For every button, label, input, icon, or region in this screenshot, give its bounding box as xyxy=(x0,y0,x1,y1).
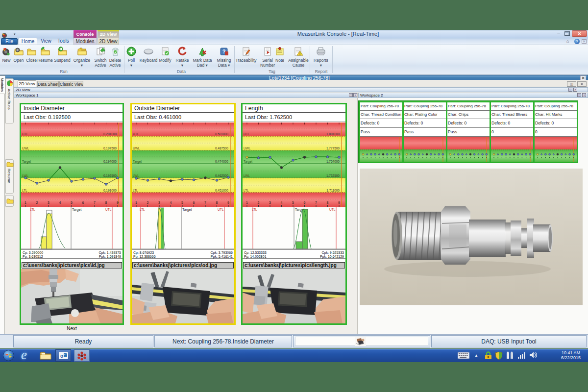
svg-text:3: 3 xyxy=(48,201,49,204)
svg-text:UWL: UWL xyxy=(22,147,29,150)
svg-text:0.462500: 0.462500 xyxy=(215,174,228,177)
svg-text:5: 5 xyxy=(292,201,294,204)
svg-text:2: 2 xyxy=(258,201,260,204)
svg-text:Target: Target xyxy=(22,160,31,164)
svg-text:Target: Target xyxy=(182,208,192,212)
svg-text:Target: Target xyxy=(244,160,252,164)
svg-text:0.201000: 0.201000 xyxy=(103,132,117,136)
svg-text:LWL: LWL xyxy=(244,174,250,177)
svg-text:0.474000: 0.474000 xyxy=(215,160,228,163)
svg-text:6: 6 xyxy=(304,201,306,204)
svg-text:7: 7 xyxy=(94,201,96,204)
svg-text:9: 9 xyxy=(117,201,119,204)
svg-text:0.487500: 0.487500 xyxy=(215,147,228,150)
svg-text:0.191000: 0.191000 xyxy=(103,189,117,192)
svg-text:3: 3 xyxy=(158,201,160,204)
svg-text:1.777500: 1.777500 xyxy=(326,147,340,150)
svg-text:7: 7 xyxy=(315,201,317,204)
svg-text:8: 8 xyxy=(105,201,107,204)
svg-text:0.451000: 0.451000 xyxy=(215,189,228,192)
svg-text:4: 4 xyxy=(59,201,61,204)
svg-text:0.194000: 0.194000 xyxy=(103,160,117,163)
svg-text:UWL: UWL xyxy=(133,147,140,150)
svg-text:2: 2 xyxy=(147,201,149,204)
svg-text:LTL: LTL xyxy=(252,208,257,211)
svg-text:9: 9 xyxy=(338,201,340,204)
svg-text:LTL: LTL xyxy=(244,189,249,192)
svg-text:LTL: LTL xyxy=(133,189,138,192)
svg-text:3: 3 xyxy=(269,201,271,204)
svg-text:!: ! xyxy=(299,51,301,56)
svg-text:1.801000: 1.801000 xyxy=(326,132,340,136)
svg-text:4: 4 xyxy=(281,201,283,204)
svg-text:LTL: LTL xyxy=(140,208,145,211)
svg-text:6: 6 xyxy=(82,201,84,204)
svg-text:1: 1 xyxy=(24,201,26,204)
svg-text:UTL: UTL xyxy=(22,132,28,136)
svg-text:6: 6 xyxy=(193,201,195,204)
svg-text:2: 2 xyxy=(36,201,38,204)
svg-text:UTL: UTL xyxy=(105,208,112,211)
svg-text:8: 8 xyxy=(216,201,218,204)
svg-text:LTL: LTL xyxy=(22,189,27,192)
svg-text:5: 5 xyxy=(71,201,73,204)
svg-text:o: o xyxy=(60,353,63,359)
svg-text:Target: Target xyxy=(133,160,142,164)
svg-text:0.501000: 0.501000 xyxy=(215,132,228,136)
svg-text:UTL: UTL xyxy=(244,132,250,136)
svg-text:4: 4 xyxy=(170,201,172,204)
svg-text:1: 1 xyxy=(135,201,137,204)
svg-text:9: 9 xyxy=(227,201,229,204)
svg-text:8: 8 xyxy=(327,201,329,204)
svg-text:1: 1 xyxy=(246,201,248,204)
svg-text:UTL: UTL xyxy=(133,132,139,136)
svg-text:0.192500: 0.192500 xyxy=(103,174,117,177)
svg-text:UWL: UWL xyxy=(244,147,251,150)
svg-text:1.711000: 1.711000 xyxy=(326,189,340,192)
svg-text:7: 7 xyxy=(204,201,206,204)
svg-text:Target: Target xyxy=(72,208,82,212)
svg-text:UTL: UTL xyxy=(329,208,336,211)
svg-text:1.732500: 1.732500 xyxy=(326,174,340,177)
svg-text:0.197500: 0.197500 xyxy=(103,147,117,150)
svg-text:1.754000: 1.754000 xyxy=(326,160,340,163)
svg-text:LWL: LWL xyxy=(133,174,139,177)
svg-text:LTL: LTL xyxy=(30,208,35,211)
svg-text:UTL: UTL xyxy=(218,208,224,211)
svg-text:5: 5 xyxy=(181,201,183,204)
